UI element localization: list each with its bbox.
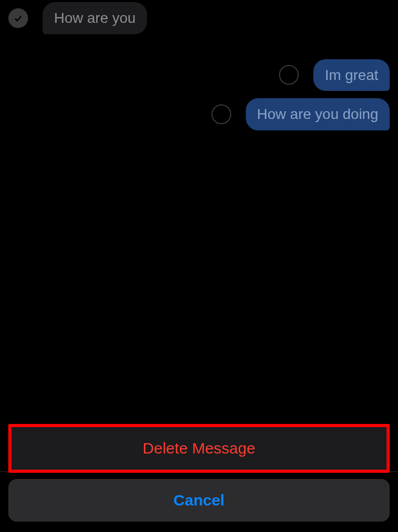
message-text: How are you [54, 10, 136, 26]
cancel-label: Cancel [174, 491, 224, 509]
message-selector-checked[interactable] [8, 8, 28, 28]
message-row: How are you [0, 0, 398, 36]
message-list: How are you Im great How are you doing [0, 0, 398, 132]
delete-group-highlighted: Delete Message [8, 424, 390, 473]
message-bubble-received[interactable]: How are you [43, 2, 147, 34]
message-selector-unchecked[interactable] [211, 104, 231, 124]
message-text: How are you doing [257, 106, 378, 122]
message-bubble-sent[interactable]: How are you doing [246, 98, 390, 130]
cancel-button[interactable]: Cancel [8, 479, 390, 522]
checkmark-icon [13, 13, 23, 23]
message-bubble-sent[interactable]: Im great [313, 59, 390, 91]
cancel-group: Cancel [8, 479, 390, 522]
message-row: Im great [0, 57, 398, 94]
message-row: How are you doing [0, 96, 398, 132]
message-selector-unchecked[interactable] [279, 65, 299, 85]
action-sheet: Delete Message Cancel [8, 424, 390, 522]
message-text: Im great [325, 67, 378, 83]
delete-message-button[interactable]: Delete Message [11, 427, 387, 470]
delete-label: Delete Message [143, 440, 256, 457]
